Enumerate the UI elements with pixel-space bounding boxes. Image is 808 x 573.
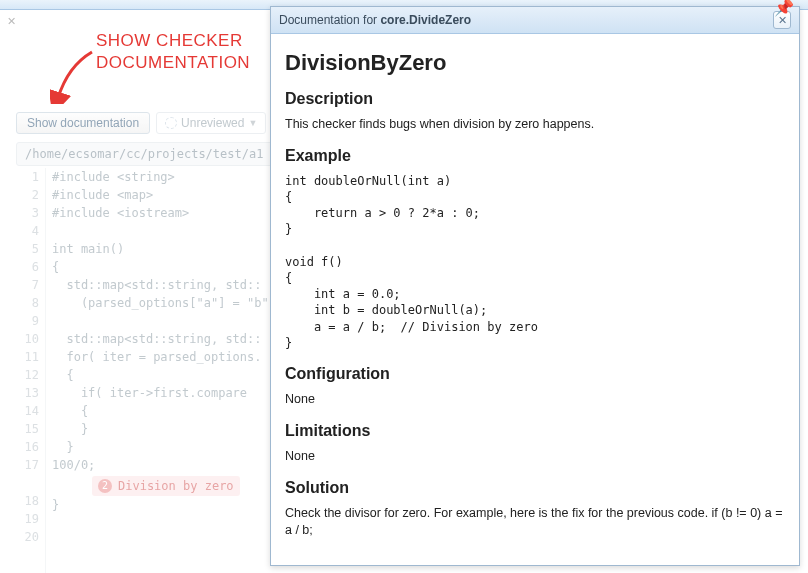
- line-number: 11: [16, 348, 39, 366]
- doc-section-description: Description: [285, 90, 785, 108]
- line-number: 17: [16, 456, 39, 474]
- line-number: 4: [16, 222, 39, 240]
- doc-limitations-text: None: [285, 448, 785, 465]
- doc-h1: DivisionByZero: [285, 50, 785, 76]
- doc-section-configuration: Configuration: [285, 365, 785, 383]
- line-number: 18: [16, 492, 39, 510]
- annotation-line2: DOCUMENTATION: [96, 53, 250, 72]
- doc-section-solution: Solution: [285, 479, 785, 497]
- bug-step-number: 2: [98, 479, 112, 493]
- bug-annotation[interactable]: 2Division by zero: [92, 476, 240, 496]
- documentation-window: Documentation for core.DivideZero ✕ Divi…: [270, 6, 800, 566]
- line-number: 8: [16, 294, 39, 312]
- pin-icon[interactable]: 📌: [774, 0, 794, 17]
- annotation-line1: SHOW CHECKER: [96, 31, 243, 50]
- annotation-callout: SHOW CHECKER DOCUMENTATION: [96, 30, 250, 74]
- line-number: 2: [16, 186, 39, 204]
- documentation-titlebar[interactable]: Documentation for core.DivideZero ✕: [271, 7, 799, 34]
- doc-title-prefix: Documentation for: [279, 13, 380, 27]
- line-number: 15: [16, 420, 39, 438]
- chevron-down-icon: ▼: [248, 118, 257, 128]
- doc-section-limitations: Limitations: [285, 422, 785, 440]
- line-number: 16: [16, 438, 39, 456]
- line-number-gutter: 1234567891011121314151617 181920: [16, 168, 46, 573]
- line-number: 19: [16, 510, 39, 528]
- review-status-icon: [165, 117, 177, 129]
- app-root: 📌 ✕ SHOW CHECKER DOCUMENTATION Show docu…: [0, 0, 808, 573]
- line-number: 6: [16, 258, 39, 276]
- line-number: 20: [16, 528, 39, 546]
- line-number: 1: [16, 168, 39, 186]
- show-documentation-button[interactable]: Show documentation: [16, 112, 150, 134]
- review-status-dropdown[interactable]: Unreviewed ▼: [156, 112, 266, 134]
- line-number: 3: [16, 204, 39, 222]
- line-number: 10: [16, 330, 39, 348]
- doc-configuration-text: None: [285, 391, 785, 408]
- line-number: 14: [16, 402, 39, 420]
- bug-label: Division by zero: [118, 477, 234, 495]
- doc-example-code: int doubleOrNull(int a) { return a > 0 ?…: [285, 173, 785, 351]
- file-path: /home/ecsomar/cc/projects/test/a1: [25, 147, 263, 161]
- doc-title-name: core.DivideZero: [380, 13, 471, 27]
- line-number: 5: [16, 240, 39, 258]
- line-number: 12: [16, 366, 39, 384]
- documentation-title: Documentation for core.DivideZero: [279, 13, 773, 27]
- doc-section-example: Example: [285, 147, 785, 165]
- line-number: 13: [16, 384, 39, 402]
- documentation-body: DivisionByZero Description This checker …: [271, 34, 799, 565]
- line-number: 7: [16, 276, 39, 294]
- line-number: 9: [16, 312, 39, 330]
- tab-close-icon[interactable]: ✕: [4, 14, 18, 28]
- doc-solution-text: Check the divisor for zero. For example,…: [285, 505, 785, 539]
- review-status-label: Unreviewed: [181, 116, 244, 130]
- doc-description-text: This checker finds bugs when division by…: [285, 116, 785, 133]
- annotation-arrow-icon: [50, 48, 100, 104]
